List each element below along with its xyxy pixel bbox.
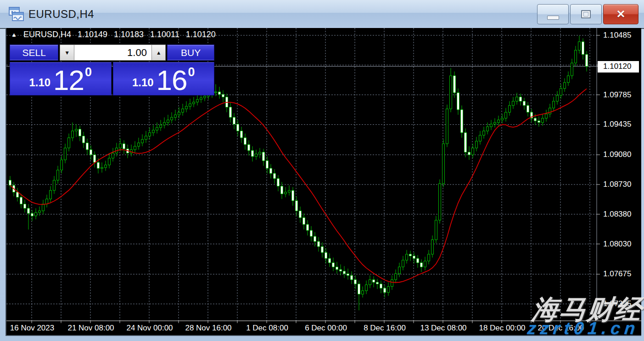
- sell-price-point: 0: [85, 66, 92, 78]
- price-axis-label: 1.08730: [603, 180, 631, 189]
- time-axis-label: 6 Dec 00:00: [305, 324, 347, 333]
- time-axis-label: 13 Dec 08:00: [420, 324, 466, 333]
- ohlc-low: 1.10011: [150, 30, 179, 39]
- buy-price-panel[interactable]: 1.10 16 0: [113, 62, 215, 95]
- time-axis-label: 21 Nov 08:00: [67, 324, 114, 333]
- chart-window-icon: [8, 7, 24, 22]
- ohlc-symbol: EURUSD,H4: [23, 30, 71, 39]
- ohlc-close: 1.10120: [186, 30, 216, 39]
- price-axis-label: 1.09435: [603, 120, 631, 129]
- time-axis-label: 1 Dec 08:00: [246, 324, 288, 333]
- close-button[interactable]: ✕: [603, 4, 638, 24]
- minimize-button[interactable]: [537, 4, 569, 24]
- time-axis-label: 8 Dec 16:00: [364, 324, 406, 333]
- chart-area[interactable]: ▲ EURUSD,H4 1.10149 1.10183 1.10011 1.10…: [6, 28, 641, 336]
- price-axis-label: 1.09785: [603, 90, 631, 100]
- chevron-up-icon: ▲: [156, 50, 162, 56]
- watermark-url-text: zzrt01.cn: [526, 319, 640, 338]
- buy-price-prefix: 1.10: [132, 77, 154, 88]
- minimize-icon: [547, 16, 559, 20]
- current-bid-price-label: 1.10120: [598, 61, 639, 73]
- price-axis-label: 1.08380: [603, 210, 631, 219]
- price-axis-label: 1.07675: [603, 269, 631, 279]
- trade-panel-prices: 1.10 12 0 1.10 16 0: [10, 62, 214, 95]
- price-axis[interactable]: 1.104851.097851.094351.090801.087301.083…: [596, 28, 640, 321]
- window-title: EURUSD,H4: [28, 8, 94, 21]
- collapse-panel-arrow-icon[interactable]: ▲: [11, 31, 17, 38]
- time-axis-label: 18 Dec 00:00: [479, 324, 525, 333]
- sell-price-prefix: 1.10: [29, 77, 50, 88]
- time-axis-label: 24 Nov 00:00: [126, 324, 173, 333]
- price-axis-label: 1.09080: [603, 150, 631, 159]
- title-bar: EURUSD,H4 ✕: [0, 0, 644, 29]
- time-axis-label: 28 Nov 16:00: [185, 324, 231, 333]
- price-axis-label: 1.08030: [603, 240, 631, 249]
- ohlc-open: 1.10149: [78, 30, 107, 39]
- chart-window: EURUSD,H4 ✕ ▲ EURUSD,H4 1.10149 1.10183 …: [0, 0, 644, 341]
- ohlc-high: 1.10183: [114, 30, 144, 39]
- sell-price-pips: 12: [53, 69, 84, 92]
- buy-price-pips: 16: [157, 69, 187, 92]
- time-axis-label: 16 Nov 2023: [10, 324, 54, 333]
- buy-button[interactable]: BUY: [167, 45, 214, 61]
- chevron-down-icon: ▼: [64, 50, 70, 56]
- buy-price-point: 0: [188, 66, 195, 78]
- one-click-trading-panel: SELL ▼ ▲ BUY 1.10 12 0 1.10 16 0: [10, 45, 214, 95]
- sell-price-panel[interactable]: 1.10 12 0: [10, 62, 112, 95]
- close-icon: ✕: [616, 9, 625, 20]
- ohlc-info-bar: ▲ EURUSD,H4 1.10149 1.10183 1.10011 1.10…: [11, 30, 216, 39]
- restore-button[interactable]: [570, 4, 602, 24]
- window-controls: ✕: [537, 4, 638, 24]
- price-axis-label: 1.10485: [603, 31, 631, 40]
- lot-dropdown-button[interactable]: ▼: [60, 45, 74, 61]
- lot-increase-button[interactable]: ▲: [151, 45, 166, 61]
- restore-icon: [581, 10, 591, 18]
- lot-size-input[interactable]: [74, 45, 151, 61]
- sell-button[interactable]: SELL: [10, 45, 58, 61]
- trade-panel-top-row: SELL ▼ ▲ BUY: [10, 45, 214, 61]
